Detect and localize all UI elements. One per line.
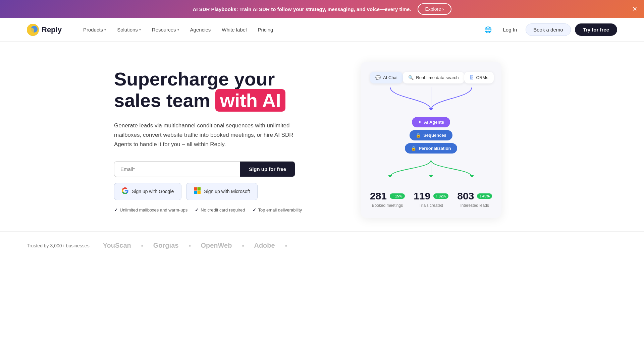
svg-marker-7 <box>429 108 433 110</box>
google-signup-button[interactable]: Sign up with Google <box>114 183 181 200</box>
separator: ■ <box>242 244 244 247</box>
sequences-pill: 🔒 Sequences <box>410 130 452 140</box>
svg-rect-4 <box>198 187 201 191</box>
chevron-down-icon: ▾ <box>177 28 179 32</box>
navbar: Reply Products ▾ Solutions ▾ Resources ▾… <box>0 18 644 42</box>
chevron-down-icon: ▾ <box>104 28 106 32</box>
database-icon: 🗄 <box>470 75 474 80</box>
main-content: Supercharge your sales team with AI Gene… <box>87 42 557 231</box>
svg-rect-5 <box>194 191 197 194</box>
trials-created-label: Trials created <box>414 203 448 208</box>
checkmark-icon: ✓ <box>114 207 118 213</box>
svg-marker-8 <box>388 175 392 177</box>
booked-meetings-badge: ↑ 15% <box>390 193 405 199</box>
stat-interested-leads: 803 ↑ 45% Interested leads <box>457 190 492 208</box>
ai-agents-pill: ✦ AI Agents <box>412 117 450 127</box>
nav-resources[interactable]: Resources ▾ <box>147 24 184 35</box>
trusted-text: Trusted by 3,000+ businesses <box>27 243 90 248</box>
feature-check-2: ✓ No credit card required <box>195 207 245 213</box>
logo-text: Reply <box>42 25 62 34</box>
email-signup-form: Sign up for free <box>114 161 295 177</box>
stat-booked-meetings: 281 ↑ 15% Booked meetings <box>370 190 405 208</box>
booked-meetings-label: Booked meetings <box>370 203 405 208</box>
email-input[interactable] <box>114 162 240 177</box>
nav-products[interactable]: Products ▾ <box>78 24 111 35</box>
logo-adobe: Adobe <box>254 242 275 249</box>
svg-rect-6 <box>198 191 201 194</box>
nav-links: Products ▾ Solutions ▾ Resources ▾ Agenc… <box>78 24 482 35</box>
social-buttons: Sign up with Google Sign up with Microso… <box>114 183 312 200</box>
interested-leads-label: Interested leads <box>457 203 492 208</box>
checkmark-icon: ✓ <box>195 207 199 213</box>
feature-check-1: ✓ Unlimited mailboxes and warm-ups <box>114 207 187 213</box>
chevron-down-icon: ▾ <box>139 28 141 32</box>
chat-icon: 💬 <box>375 75 381 80</box>
svg-marker-10 <box>470 175 474 177</box>
login-button[interactable]: Log In <box>498 24 522 35</box>
diagram-card: 💬 AI Chat 🔍 Real-time data search 🗄 CRMs <box>361 62 501 218</box>
interested-leads-badge: ↑ 45% <box>477 193 492 199</box>
feature-check-3: ✓ Top email deliverability <box>253 207 302 213</box>
svg-rect-3 <box>194 187 197 191</box>
stat-trials-created: 119 ↑ 32% Trials created <box>414 190 448 208</box>
nav-solutions[interactable]: Solutions ▾ <box>112 24 146 35</box>
logo-icon <box>27 24 39 36</box>
center-pills: ✦ AI Agents 🔒 Sequences 🔒 Personalizatio… <box>370 117 492 154</box>
hero-right: 💬 AI Chat 🔍 Real-time data search 🗄 CRMs <box>332 62 530 218</box>
book-demo-button[interactable]: Book a demo <box>526 23 571 36</box>
trusted-section: Trusted by 3,000+ businesses YouScan ■ G… <box>0 231 644 259</box>
ai-chat-bubble: 💬 AI Chat <box>370 72 403 83</box>
trusted-logos: YouScan ■ Gorgias ■ OpenWeb ■ Adobe ■ <box>103 242 617 249</box>
microsoft-icon <box>194 187 201 196</box>
output-arrows-svg <box>370 160 492 177</box>
separator: ■ <box>141 244 143 247</box>
logo-link[interactable]: Reply <box>27 24 62 36</box>
logo-gorgias: Gorgias <box>153 242 179 249</box>
hero-description: Generate leads via multichannel conditio… <box>114 121 302 149</box>
interested-leads-number: 803 <box>457 190 474 202</box>
nav-right: 🌐 Log In Book a demo Try for free <box>482 23 617 36</box>
hero-left: Supercharge your sales team with AI Gene… <box>114 62 312 213</box>
real-time-bubble: 🔍 Real-time data search <box>403 72 464 83</box>
banner-text: AI SDR Playbooks: Train AI SDR to follow… <box>193 6 411 13</box>
stats-row: 281 ↑ 15% Booked meetings 119 ↑ 32% Tria… <box>370 185 492 208</box>
signup-button[interactable]: Sign up for free <box>240 162 295 177</box>
search-icon: 🔍 <box>408 75 414 80</box>
lock-icon: 🔒 <box>411 146 416 151</box>
banner-explore-button[interactable]: Explore › <box>418 3 451 15</box>
crm-bubble: 🗄 CRMs <box>464 72 494 83</box>
trials-created-number: 119 <box>414 190 430 202</box>
svg-marker-9 <box>429 175 433 177</box>
nav-agencies[interactable]: Agencies <box>185 24 216 35</box>
booked-meetings-number: 281 <box>370 190 387 202</box>
banner-close-button[interactable]: ✕ <box>632 5 637 13</box>
google-icon <box>122 187 128 196</box>
try-free-button[interactable]: Try for free <box>575 23 617 36</box>
trials-created-badge: ↑ 32% <box>433 193 448 199</box>
language-button[interactable]: 🌐 <box>482 23 494 36</box>
hero-title: Supercharge your sales team with AI <box>114 68 312 112</box>
top-banner: AI SDR Playbooks: Train AI SDR to follow… <box>0 0 644 18</box>
checkmark-icon: ✓ <box>253 207 256 213</box>
nav-pricing[interactable]: Pricing <box>253 24 278 35</box>
lock-icon: 🔒 <box>416 133 421 138</box>
nav-white-label[interactable]: White label <box>217 24 251 35</box>
separator: ■ <box>285 244 287 247</box>
connection-arrows-svg <box>370 87 492 110</box>
logo-youscan: YouScan <box>103 242 131 249</box>
logo-openweb: OpenWeb <box>201 242 232 249</box>
personalization-pill: 🔒 Personalization <box>405 143 457 154</box>
microsoft-signup-button[interactable]: Sign up with Microsoft <box>186 183 258 200</box>
separator: ■ <box>189 244 191 247</box>
feature-checks: ✓ Unlimited mailboxes and warm-ups ✓ No … <box>114 207 312 213</box>
sparkle-icon: ✦ <box>418 120 422 125</box>
svg-point-2 <box>29 28 34 33</box>
